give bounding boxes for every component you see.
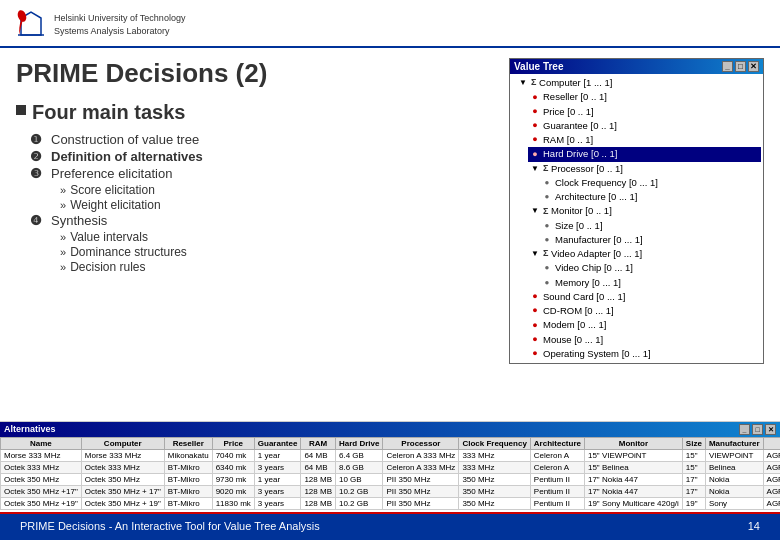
table-cell: Pentium II (530, 498, 584, 510)
col-computer: Computer (81, 438, 164, 450)
tree-item-manufacturer[interactable]: ● Manufacturer [0 ... 1] (540, 233, 761, 247)
expand-icon: ▼ (516, 77, 530, 89)
tree-icon-videochip: ● (540, 262, 554, 274)
tree-icon-arch: ● (540, 191, 554, 203)
table-cell: Octek 350 MHz + 17" (81, 486, 164, 498)
sub-item-3-2: » Weight elicitation (60, 198, 499, 212)
task-item-1: ❶ Construction of value tree (30, 132, 499, 147)
tree-icon-ram: ● (528, 134, 542, 146)
tree-item-memory[interactable]: ● Memory [0 ... 1] (540, 276, 761, 290)
tree-item-price[interactable]: ● Price [0 .. 1] (528, 105, 761, 119)
alt-maximize-button[interactable]: □ (752, 424, 763, 435)
table-cell: Mikonakatu (164, 450, 212, 462)
alt-close-button[interactable]: ✕ (765, 424, 776, 435)
tree-icon-memory: ● (540, 277, 554, 289)
tree-item-cdrom[interactable]: ● CD-ROM [0 ... 1] (528, 304, 761, 318)
table-cell: 17" (682, 474, 705, 486)
value-tree-window[interactable]: Value Tree _ □ ✕ ▼ Σ Computer [1 ... 1] … (509, 58, 764, 364)
tree-label-mouse: Mouse [0 ... 1] (543, 333, 603, 347)
sub-label-3-1: Score elicitation (70, 183, 155, 197)
alternatives-titlebar: Alternatives _ □ ✕ (0, 422, 780, 437)
tree-icon-guarantee: ● (528, 120, 542, 132)
tree-label-memory: Memory [0 ... 1] (555, 276, 621, 290)
table-cell: 333 MHz (459, 462, 530, 474)
table-cell: 9020 mk (212, 486, 254, 498)
tree-icon-os: ● (528, 348, 542, 360)
tree-label-monitor: Monitor [0 .. 1] (551, 204, 612, 218)
tree-icon-reseller: ● (528, 91, 542, 103)
table-row: Octek 350 MHzOctek 350 MHzBT-Mikro9730 m… (1, 474, 781, 486)
tree-label-harddrive: Hard Drive [0 .. 1] (543, 147, 617, 161)
tree-label-guarantee: Guarantee [0 .. 1] (543, 119, 617, 133)
col-guarantee: Guarantee (254, 438, 301, 450)
table-cell: 15" VIEWPOiNT (584, 450, 682, 462)
sub-item-4-1: » Value intervals (60, 230, 499, 244)
table-cell: AGP Diamond V550 16MB (763, 498, 780, 510)
table-cell: PII 350 MHz (383, 498, 459, 510)
task-number-4: ❹ (30, 213, 46, 228)
task-number-1: ❶ (30, 132, 46, 147)
tree-label-reseller: Reseller [0 .. 1] (543, 90, 607, 104)
table-cell: Octek 350 MHz + 19" (81, 498, 164, 510)
table-cell: Octek 350 MHz +19" (1, 498, 82, 510)
col-videoadapter: Video Adapter (763, 438, 780, 450)
task-list: ❶ Construction of value tree ❷ Definitio… (30, 132, 499, 274)
sub-label-4-2: Dominance structures (70, 245, 187, 259)
table-cell: 64 MB (301, 450, 336, 462)
table-cell: 128 MB (301, 474, 336, 486)
tree-item-videochip[interactable]: ● Video Chip [0 ... 1] (540, 261, 761, 275)
table-cell: 6340 mk (212, 462, 254, 474)
tree-item-soundcard[interactable]: ● Sound Card [0 ... 1] (528, 290, 761, 304)
table-cell: Celeron A (530, 462, 584, 474)
tree-icon-size: ● (540, 220, 554, 232)
expand-icon-mon: ▼ (528, 205, 542, 217)
table-cell: Celeron A (530, 450, 584, 462)
tree-item-reseller[interactable]: ● Reseller [0 .. 1] (528, 90, 761, 104)
table-cell: PII 350 MHz (383, 486, 459, 498)
tree-item-modem[interactable]: ● Modem [0 ... 1] (528, 318, 761, 332)
tree-item-computer[interactable]: ▼ Σ Computer [1 ... 1] (516, 76, 761, 90)
task-number-3: ❸ (30, 166, 46, 181)
tree-label-size: Size [0 .. 1] (555, 219, 603, 233)
table-cell: Belinea (705, 462, 763, 474)
col-ram: RAM (301, 438, 336, 450)
tree-item-monitor[interactable]: ▼ Σ Monitor [0 .. 1] (528, 204, 761, 218)
table-cell: 333 MHz (459, 450, 530, 462)
sub-bullet-icon-5: » (60, 261, 66, 273)
tree-item-guarantee[interactable]: ● Guarantee [0 .. 1] (528, 119, 761, 133)
col-reseller: Reseller (164, 438, 212, 450)
minimize-button[interactable]: _ (722, 61, 733, 72)
col-price: Price (212, 438, 254, 450)
table-cell: 3 years (254, 462, 301, 474)
close-button[interactable]: ✕ (748, 61, 759, 72)
sub-label-3-2: Weight elicitation (70, 198, 161, 212)
table-cell: 17" Nokia 447 (584, 474, 682, 486)
tree-item-arch[interactable]: ● Architecture [0 ... 1] (540, 190, 761, 204)
tree-item-clock[interactable]: ● Clock Frequency [0 ... 1] (540, 176, 761, 190)
table-cell: 1 year (254, 474, 301, 486)
tree-icon-mfr: ● (540, 234, 554, 246)
tree-icon-mouse: ● (528, 334, 542, 346)
col-arch: Architecture (530, 438, 584, 450)
lab-name: Systems Analysis Laboratory (54, 25, 185, 38)
table-cell: Octek 350 MHz (1, 474, 82, 486)
tree-item-harddrive[interactable]: ● Hard Drive [0 .. 1] (528, 147, 761, 161)
table-cell: 350 MHz (459, 486, 530, 498)
table-cell: 19" Sony Multicare 420g/i (584, 498, 682, 510)
maximize-button[interactable]: □ (735, 61, 746, 72)
table-row: Morse 333 MHzMorse 333 MHzMikonakatu7040… (1, 450, 781, 462)
col-processor: Processor (383, 438, 459, 450)
tree-item-size[interactable]: ● Size [0 .. 1] (540, 219, 761, 233)
tree-item-mouse[interactable]: ● Mouse [0 ... 1] (528, 333, 761, 347)
tree-item-ram[interactable]: ● RAM [0 .. 1] (528, 133, 761, 147)
tree-label-arch: Architecture [0 ... 1] (555, 190, 637, 204)
tree-label-ram: RAM [0 .. 1] (543, 133, 593, 147)
alt-minimize-button[interactable]: _ (739, 424, 750, 435)
tree-icon-cdrom: ● (528, 305, 542, 317)
sub-bullet-icon-3: » (60, 231, 66, 243)
table-row: Octek 333 MHzOctek 333 MHzBT-Mikro6340 m… (1, 462, 781, 474)
tree-item-videoadapter[interactable]: ▼ Σ Video Adapter [0 ... 1] (528, 247, 761, 261)
tree-item-os[interactable]: ● Operating System [0 ... 1] (528, 347, 761, 361)
tree-item-processor[interactable]: ▼ Σ Processor [0 .. 1] (528, 162, 761, 176)
table-cell: VIEWPOiNT (705, 450, 763, 462)
